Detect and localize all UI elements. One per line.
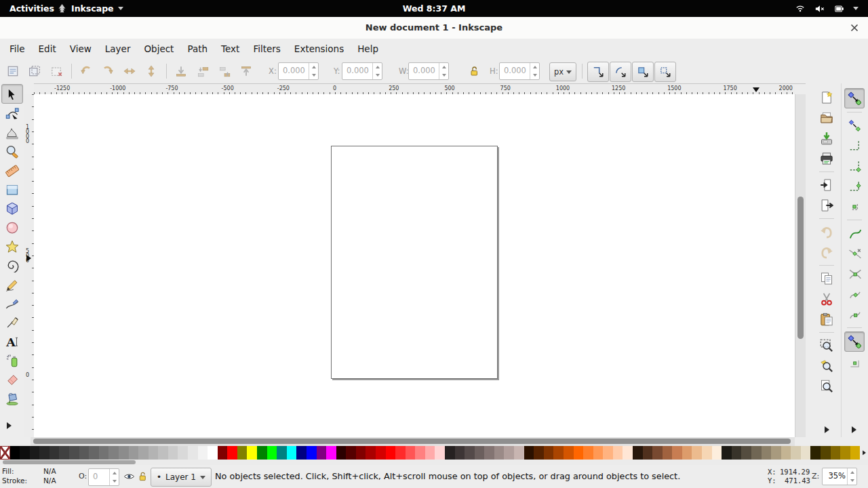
zoom-page-button[interactable] — [817, 377, 836, 396]
palette-swatch[interactable] — [504, 446, 514, 460]
affect-stroke-toggle-button[interactable] — [587, 62, 609, 82]
palette-swatch[interactable] — [198, 446, 208, 460]
snap-bbox-centers-button[interactable] — [845, 197, 864, 216]
palette-swatch[interactable] — [831, 446, 841, 460]
zoom-selection-button[interactable] — [817, 336, 836, 355]
undo-button[interactable] — [817, 222, 836, 241]
palette-swatch[interactable] — [376, 446, 386, 460]
palette-swatch[interactable] — [168, 446, 178, 460]
affect-corners-toggle-button[interactable] — [610, 62, 631, 82]
flip-horizontal-button[interactable] — [121, 62, 138, 80]
palette-swatch[interactable] — [99, 446, 109, 460]
menu-path[interactable]: Path — [180, 39, 214, 60]
layer-selector-dropdown[interactable]: • Layer 1 — [151, 468, 212, 487]
menu-help[interactable]: Help — [351, 39, 385, 60]
menu-text[interactable]: Text — [214, 39, 246, 60]
unit-dropdown[interactable]: px — [549, 62, 576, 81]
palette-swatch[interactable] — [138, 446, 149, 460]
palette-swatch[interactable] — [633, 446, 643, 460]
palette-scrollbar-thumb[interactable] — [3, 460, 136, 464]
palette-swatch[interactable] — [781, 446, 791, 460]
menu-layer[interactable]: Layer — [98, 39, 138, 60]
palette-swatch[interactable] — [30, 446, 40, 460]
snap-enable-button[interactable] — [844, 88, 865, 108]
rotate-ccw-button[interactable] — [77, 62, 95, 80]
palette-swatch[interactable] — [69, 446, 79, 460]
flip-vertical-button[interactable] — [142, 62, 160, 80]
document-save-button[interactable] — [817, 129, 836, 148]
palette-swatch[interactable] — [613, 446, 623, 460]
menu-extensions[interactable]: Extensions — [288, 39, 351, 60]
palette-swatch[interactable] — [415, 446, 425, 460]
snap-object-centers-button[interactable] — [845, 353, 864, 372]
x-spinbox[interactable]: 0.000 — [278, 62, 319, 80]
tool-spray-button[interactable] — [2, 351, 22, 369]
deselect-button[interactable] — [47, 62, 65, 80]
spinner-buttons[interactable] — [439, 63, 448, 79]
spinner-buttons[interactable] — [372, 63, 382, 79]
horizontal-scrollbar[interactable] — [31, 437, 795, 446]
palette-swatch[interactable] — [395, 446, 406, 460]
palette-swatch[interactable] — [840, 446, 850, 460]
palette-swatch[interactable] — [326, 446, 336, 460]
palette-swatch[interactable] — [821, 446, 831, 460]
select-all-button[interactable] — [4, 62, 22, 80]
palette-swatch[interactable] — [267, 446, 277, 460]
rotate-cw-button[interactable] — [99, 62, 117, 80]
layer-visibility-icon[interactable] — [123, 471, 135, 482]
tool-node-editor-button[interactable] — [2, 104, 22, 123]
stroke-value[interactable]: N/A — [43, 476, 56, 485]
redo-button[interactable] — [817, 243, 836, 262]
snap-to-paths-button[interactable] — [845, 244, 864, 263]
lower-one-step-button[interactable] — [194, 62, 212, 80]
palette-swatch[interactable] — [10, 446, 20, 460]
snap-cusp-nodes-button[interactable] — [845, 285, 864, 304]
snap-bbox-button[interactable] — [845, 116, 864, 135]
tool-star-button[interactable] — [2, 237, 22, 256]
palette-swatch[interactable] — [39, 446, 50, 460]
palette-swatch[interactable] — [771, 446, 781, 460]
close-window-button[interactable] — [849, 22, 860, 33]
palette-swatch[interactable] — [346, 446, 356, 460]
palette-swatch[interactable] — [129, 446, 139, 460]
palette-swatch[interactable] — [425, 446, 435, 460]
palette-swatch[interactable] — [751, 446, 762, 460]
palette-swatch[interactable] — [356, 446, 366, 460]
tool-eraser-button[interactable] — [2, 370, 22, 388]
palette-swatch[interactable] — [494, 446, 505, 460]
tool-tweak-button[interactable] — [2, 123, 22, 142]
tool-calligraphy-button[interactable] — [2, 313, 22, 331]
tool-text-tool-button[interactable]: A — [2, 332, 22, 350]
document-open-button[interactable] — [817, 108, 836, 127]
palette-swatch[interactable] — [158, 446, 168, 460]
snap-smooth-nodes-button[interactable] — [845, 305, 864, 324]
document-page[interactable] — [331, 146, 498, 379]
palette-swatch[interactable] — [108, 446, 119, 460]
palette-swatch[interactable] — [663, 446, 673, 460]
document-print-button[interactable] — [817, 149, 836, 168]
palette-swatch[interactable] — [475, 446, 485, 460]
palette-swatch[interactable] — [544, 446, 554, 460]
palette-swatch[interactable] — [20, 446, 30, 460]
palette-swatch[interactable] — [652, 446, 663, 460]
snap-bbox-corners-button[interactable] — [845, 157, 864, 176]
horizontal-scrollbar-thumb[interactable] — [33, 439, 791, 444]
palette-swatch[interactable] — [702, 446, 712, 460]
clock[interactable]: Wed 8:37 AM — [403, 0, 466, 17]
palette-swatch[interactable] — [277, 446, 287, 460]
tool-measure-button[interactable] — [2, 161, 22, 180]
copy-button[interactable] — [817, 269, 836, 288]
palette-swatch[interactable] — [583, 446, 593, 460]
palette-swatch[interactable] — [801, 446, 811, 460]
palette-swatch[interactable] — [682, 446, 692, 460]
palette-swatch[interactable] — [287, 446, 297, 460]
palette-swatch[interactable] — [79, 446, 90, 460]
canvas[interactable] — [34, 94, 795, 437]
palette-swatch[interactable] — [336, 446, 347, 460]
palette-swatch[interactable] — [455, 446, 465, 460]
spinner-buttons[interactable] — [530, 63, 539, 79]
tool-ellipse-button[interactable] — [2, 218, 22, 237]
toolbox-expander-button[interactable] — [7, 422, 12, 429]
menu-object[interactable]: Object — [137, 39, 180, 60]
window-titlebar[interactable]: New document 1 - Inkscape — [0, 17, 868, 39]
